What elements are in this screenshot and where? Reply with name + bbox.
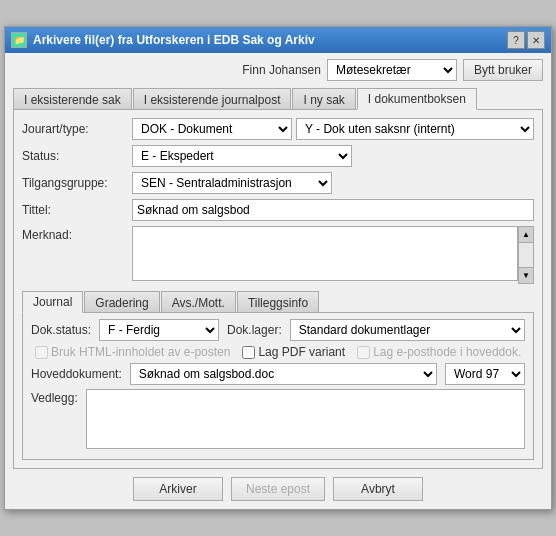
- dok-status-label: Dok.status:: [31, 323, 91, 337]
- dok-lager-label: Dok.lager:: [227, 323, 282, 337]
- cb-html-checkbox[interactable]: [35, 346, 48, 359]
- merknad-container: ▲ ▼: [132, 226, 534, 284]
- title-bar: 📁 Arkivere fil(er) fra Utforskeren i EDB…: [5, 27, 551, 53]
- jourart-select[interactable]: DOK - Dokument: [132, 118, 292, 140]
- tilgangsgruppe-select[interactable]: SEN - Sentraladministrasjon: [132, 172, 332, 194]
- jourart-row: Jourart/type: DOK - Dokument Y - Dok ute…: [22, 118, 534, 140]
- neste-epost-button[interactable]: Neste epost: [231, 477, 325, 501]
- arkiver-button[interactable]: Arkiver: [133, 477, 223, 501]
- jourart-label: Jourart/type:: [22, 122, 132, 136]
- inner-panel: Dok.status: F - Ferdig Dok.lager: Standa…: [22, 312, 534, 460]
- scroll-track: [519, 243, 533, 267]
- tilgangsgruppe-label: Tilgangsgruppe:: [22, 176, 132, 190]
- avbryt-button[interactable]: Avbryt: [333, 477, 423, 501]
- hoveddokument-row: Hoveddokument: Søknad om salgsbod.doc Wo…: [31, 363, 525, 385]
- dok-status-select[interactable]: F - Ferdig: [99, 319, 219, 341]
- cb-epdf-checkbox[interactable]: [357, 346, 370, 359]
- jourtype-select[interactable]: Y - Dok uten saksnr (internt): [296, 118, 534, 140]
- main-window: 📁 Arkivere fil(er) fra Utforskeren i EDB…: [4, 26, 552, 510]
- tittel-field: [132, 199, 534, 221]
- jourart-field: DOK - Dokument Y - Dok uten saksnr (inte…: [132, 118, 534, 140]
- app-icon: 📁: [11, 32, 27, 48]
- tittel-label: Tittel:: [22, 203, 132, 217]
- tilgangsgruppe-field: SEN - Sentraladministrasjon: [132, 172, 534, 194]
- filtype-select[interactable]: Word 97: [445, 363, 525, 385]
- user-role-select[interactable]: Møtesekretær: [327, 59, 457, 81]
- main-tab-bar: I eksisterende sak I eksisterende journa…: [13, 87, 543, 109]
- vedlegg-area[interactable]: [86, 389, 525, 449]
- tittel-input[interactable]: [132, 199, 534, 221]
- tab-new-sak[interactable]: I ny sak: [292, 88, 355, 110]
- merknad-row: Merknad: ▲ ▼: [22, 226, 534, 284]
- scroll-up-arrow[interactable]: ▲: [519, 227, 533, 243]
- change-user-button[interactable]: Bytt bruker: [463, 59, 543, 81]
- window-title: Arkivere fil(er) fra Utforskeren i EDB S…: [33, 33, 315, 47]
- tilgangsgruppe-row: Tilgangsgruppe: SEN - Sentraladministras…: [22, 172, 534, 194]
- top-bar: Finn Johansen Møtesekretær Bytt bruker: [13, 59, 543, 81]
- hoveddokument-select[interactable]: Søknad om salgsbod.doc: [130, 363, 437, 385]
- status-label: Status:: [22, 149, 132, 163]
- cb-epdf-label: Lag e-posthode i hoveddok.: [357, 345, 521, 359]
- user-name-label: Finn Johansen: [242, 63, 321, 77]
- inner-tab-bar: Journal Gradering Avs./Mott. Tilleggsinf…: [22, 290, 534, 312]
- bottom-buttons: Arkiver Neste epost Avbryt: [13, 477, 543, 501]
- hoveddokument-label: Hoveddokument:: [31, 367, 122, 381]
- dok-lager-select[interactable]: Standard dokumentlager: [290, 319, 525, 341]
- title-bar-left: 📁 Arkivere fil(er) fra Utforskeren i EDB…: [11, 32, 315, 48]
- status-select[interactable]: E - Ekspedert: [132, 145, 352, 167]
- cb-pdf-checkbox[interactable]: [242, 346, 255, 359]
- merknad-textarea[interactable]: [132, 226, 518, 281]
- scroll-down-arrow[interactable]: ▼: [519, 267, 533, 283]
- dok-status-row: Dok.status: F - Ferdig Dok.lager: Standa…: [31, 319, 525, 341]
- title-buttons: ? ✕: [507, 31, 545, 49]
- inner-tab-avs-mott[interactable]: Avs./Mott.: [161, 291, 236, 313]
- tab-existing-sak[interactable]: I eksisterende sak: [13, 88, 132, 110]
- cb-pdf-label: Lag PDF variant: [242, 345, 345, 359]
- close-button[interactable]: ✕: [527, 31, 545, 49]
- window-body: Finn Johansen Møtesekretær Bytt bruker I…: [5, 53, 551, 509]
- status-row: Status: E - Ekspedert: [22, 145, 534, 167]
- vedlegg-label: Vedlegg:: [31, 389, 78, 405]
- checkboxes-row: Bruk HTML-innholdet av e-posten Lag PDF …: [31, 345, 525, 359]
- merknad-scrollbar: ▲ ▼: [518, 226, 534, 284]
- tab-dokumentboksen[interactable]: I dokumentboksen: [357, 88, 477, 110]
- merknad-label: Merknad:: [22, 226, 132, 242]
- inner-tab-journal[interactable]: Journal: [22, 291, 83, 313]
- status-field: E - Ekspedert: [132, 145, 534, 167]
- cb-html-label: Bruk HTML-innholdet av e-posten: [35, 345, 230, 359]
- inner-tab-tilleggsinfo[interactable]: Tilleggsinfo: [237, 291, 319, 313]
- inner-tab-gradering[interactable]: Gradering: [84, 291, 159, 313]
- main-form-panel: Jourart/type: DOK - Dokument Y - Dok ute…: [13, 109, 543, 469]
- help-button[interactable]: ?: [507, 31, 525, 49]
- tab-existing-journal[interactable]: I eksisterende journalpost: [133, 88, 292, 110]
- tittel-row: Tittel:: [22, 199, 534, 221]
- vedlegg-row: Vedlegg:: [31, 389, 525, 449]
